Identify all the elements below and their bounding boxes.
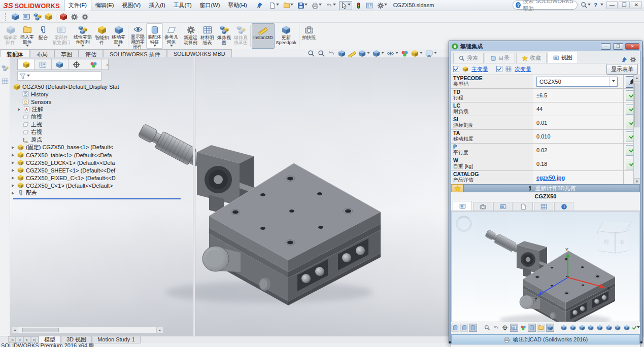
- model-tab[interactable]: 模型: [39, 336, 61, 343]
- menu-window[interactable]: 窗口(W): [196, 0, 224, 11]
- exploded-view-button[interactable]: 爆炸视 图: [216, 23, 232, 49]
- tree-reorder-bar[interactable]: [13, 198, 181, 199]
- preview-drawing-tab[interactable]: [493, 202, 513, 211]
- menu-view[interactable]: 视图(V): [118, 0, 145, 11]
- tree-horizontal-scrollbar[interactable]: ◂ ▸: [11, 327, 163, 333]
- preview-document-tab[interactable]: [514, 202, 533, 211]
- close-button[interactable]: ✕: [631, 1, 642, 9]
- tree-item-c[interactable]: CGZX50_C<1> (Default<<Default>: [10, 182, 193, 189]
- preview-image-tab[interactable]: [473, 202, 492, 211]
- preview-pan-icon[interactable]: [501, 324, 509, 332]
- preview-scene-icon[interactable]: [537, 324, 545, 332]
- typecode-select[interactable]: CGZX50: [536, 77, 618, 87]
- view-back-icon[interactable]: [569, 324, 577, 332]
- panel-tab-catalog[interactable]: 目录: [485, 53, 515, 63]
- secondary-variable-checkbox[interactable]: [496, 66, 502, 72]
- secondary-variable-link[interactable]: 次变量: [515, 65, 531, 73]
- component-preview-button[interactable]: 零部件 预览窗口: [51, 23, 72, 49]
- view-top-icon[interactable]: [596, 324, 604, 332]
- scroll-right-icon[interactable]: ▸: [156, 327, 163, 333]
- motion-study-tab[interactable]: Motion Study 1: [92, 336, 140, 343]
- tree-item-sensors[interactable]: Sensors: [10, 98, 193, 106]
- tree-item-lock[interactable]: CGZX50_LOCK<1> (Default<<Defa: [10, 159, 193, 166]
- tab-sketch[interactable]: 草图: [54, 49, 79, 57]
- displaymanager-tab[interactable]: [85, 59, 102, 70]
- preview-orbit-icon[interactable]: [492, 324, 500, 332]
- menu-help[interactable]: 帮助(H): [224, 0, 251, 11]
- shaded-view-icon[interactable]: [460, 324, 468, 332]
- sketch-snaps-icon[interactable]: [2, 78, 9, 85]
- view-front-icon[interactable]: [560, 324, 568, 332]
- tree-item-top-plane[interactable]: 上视: [10, 121, 193, 128]
- selection-filter-icon[interactable]: [2, 64, 9, 72]
- linear-pattern-button[interactable]: 线性零部 件阵列: [72, 23, 93, 49]
- scroll-left-icon[interactable]: ◂: [12, 327, 18, 333]
- propertymanager-tab[interactable]: [35, 59, 51, 70]
- restore-button[interactable]: ❐: [619, 1, 630, 9]
- tab-mbd[interactable]: SOLIDWORKS MBD: [167, 49, 232, 57]
- explode-line-sketch-button[interactable]: 爆炸直 线草图: [232, 23, 249, 49]
- tab-evaluate[interactable]: 评估: [79, 49, 103, 57]
- insert-component-button[interactable]: 插入零 部件: [19, 23, 36, 49]
- viewcube-right-face[interactable]: 右: [615, 230, 629, 254]
- panel-minimize-button[interactable]: —: [601, 43, 611, 50]
- help-menu[interactable]: ?: [594, 2, 597, 8]
- panel-tab-favorites[interactable]: 收藏: [516, 53, 547, 63]
- show-hidden-components-button[interactable]: 显示隐 藏的零 部件: [129, 23, 146, 49]
- macro-gear-icon[interactable]: [81, 13, 89, 21]
- preview-confirm-icon[interactable]: [632, 324, 640, 332]
- table-scroll-up-icon[interactable]: ▲: [634, 75, 640, 82]
- preview-3d-area[interactable]: 前 右 Y X Z: [451, 211, 640, 322]
- prev-tab-icon[interactable]: ◂: [16, 336, 23, 343]
- menubar-pin-icon[interactable]: [256, 2, 263, 9]
- menu-insert[interactable]: 插入(I): [145, 0, 169, 11]
- record-icon[interactable]: [22, 13, 30, 21]
- tree-root[interactable]: CGZX50 (Default<Default_Display Stat: [10, 83, 193, 90]
- take-snapshot-button[interactable]: 拍快照: [300, 23, 317, 49]
- preview-window-select-icon[interactable]: [510, 324, 518, 332]
- print-button[interactable]: [311, 2, 323, 10]
- table-scroll-thumb[interactable]: [634, 83, 639, 127]
- panel-close-button[interactable]: ✕: [625, 43, 639, 50]
- first-tab-icon[interactable]: |◂: [8, 336, 16, 343]
- minimize-button[interactable]: —: [606, 1, 618, 9]
- view-dimetric-icon[interactable]: [623, 324, 631, 332]
- scroll-thumb[interactable]: [22, 328, 59, 332]
- undo-button[interactable]: [325, 2, 337, 10]
- panel-splitter[interactable]: [193, 57, 195, 336]
- dimxpert-tab[interactable]: [69, 59, 85, 70]
- configurationmanager-tab[interactable]: [52, 59, 69, 70]
- tree-item-fixed-c[interactable]: CGZX50_FIXED_C<1> (Default<<D: [10, 174, 193, 182]
- tab-assembly[interactable]: 装配体: [0, 49, 30, 57]
- tree-filter-box[interactable]: [17, 72, 101, 81]
- tree-item-right-plane[interactable]: 右视: [10, 128, 193, 136]
- smart-fasteners-button[interactable]: 智能扣 件: [93, 23, 110, 49]
- tree-item-table[interactable]: CGZX50_table<1> (Default<<Defa: [10, 151, 193, 159]
- update-speedpak-button[interactable]: 更新 Speedpak: [275, 23, 298, 49]
- preview-3d-tab[interactable]: [453, 201, 472, 211]
- table-scroll-down-icon[interactable]: ▼: [634, 178, 640, 184]
- help-search-input[interactable]: ? 搜索 SOLIDWORKS 帮助: [513, 1, 578, 10]
- export-to-cad-button[interactable]: 输出到CAD (Solidworks 2016): [451, 334, 640, 344]
- settings-gear-icon[interactable]: [71, 13, 78, 21]
- open-button[interactable]: [282, 2, 294, 10]
- preview-appearance-icon[interactable]: [519, 324, 527, 332]
- new-motion-study-button[interactable]: 新建运 动算例: [182, 23, 199, 49]
- catalog-link[interactable]: cgzx50.jpg: [536, 175, 565, 181]
- shaded-edges-view-icon[interactable]: [469, 324, 477, 332]
- tree-item-front-plane[interactable]: 前视: [10, 113, 193, 121]
- linked-cubes-icon[interactable]: [33, 13, 42, 21]
- preview-info-tab[interactable]: [554, 202, 573, 211]
- show-form-button[interactable]: 显示表单: [606, 64, 638, 75]
- tree-item-mates[interactable]: 配合: [10, 189, 193, 197]
- next-tab-icon[interactable]: ▸: [23, 336, 31, 343]
- view-bottom-icon[interactable]: [605, 324, 613, 332]
- parameter-table-scrollbar[interactable]: ▲ ▼: [633, 75, 640, 184]
- preview-cube-icon[interactable]: [546, 324, 554, 332]
- tab-layout[interactable]: 布局: [30, 49, 54, 57]
- search-icon[interactable]: [581, 2, 591, 9]
- preview-view-cube[interactable]: 前 右: [595, 219, 632, 256]
- tree-item-annotations[interactable]: 注解: [10, 106, 193, 113]
- view-left-icon[interactable]: [578, 324, 586, 332]
- xpress-tools-icon[interactable]: [354, 2, 363, 10]
